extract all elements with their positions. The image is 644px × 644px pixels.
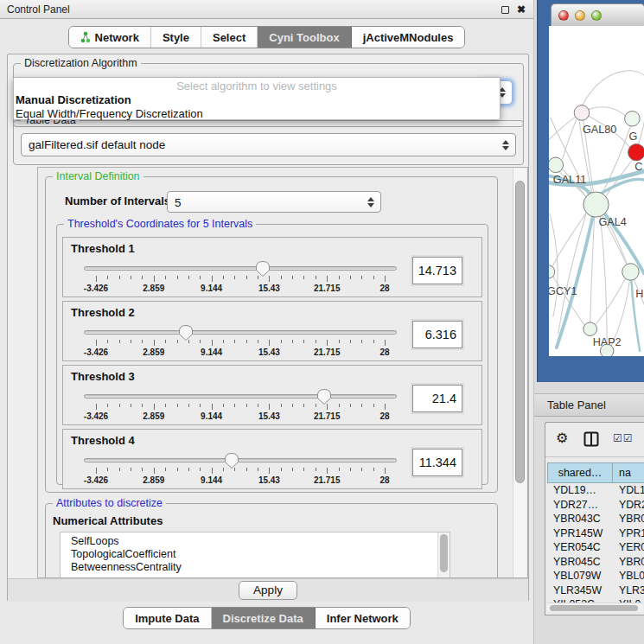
tab-style[interactable]: Style xyxy=(151,27,201,48)
table-row[interactable]: YDR27…YDR2 xyxy=(547,499,644,513)
split-columns-icon[interactable] xyxy=(583,431,599,447)
select-columns-icon[interactable]: ☑☑ xyxy=(613,432,634,444)
table-scrollbar-thumb[interactable] xyxy=(550,605,638,611)
network-node-gcy1[interactable] xyxy=(549,265,555,279)
list-scrollbar[interactable] xyxy=(437,532,450,578)
tab-label: Cyni Toolbox xyxy=(269,31,339,44)
attribute-item-betweennesscentrality[interactable]: BetweennessCentrality xyxy=(61,561,450,574)
table-row[interactable]: YBR045CYBR0 xyxy=(547,556,644,571)
network-node[interactable] xyxy=(600,344,614,356)
attributes-listbox[interactable]: SelfLoopsTopologicalCoefficientBetweenne… xyxy=(60,532,450,578)
table-row[interactable]: YBR043CYBR0 xyxy=(547,513,644,527)
tab-label: jActiveMNodules xyxy=(363,31,454,44)
tick-label: -3.426 xyxy=(84,475,108,485)
threshold-slider[interactable]: -3.4262.8599.14415.4321.71528 xyxy=(84,322,397,360)
tab-discretize-data[interactable]: Discretize Data xyxy=(212,608,316,628)
tab-jactivemnodules[interactable]: jActiveMNodules xyxy=(352,27,465,48)
slider-thumb[interactable] xyxy=(224,452,239,469)
network-edge[interactable] xyxy=(596,278,626,325)
group-legend: Attributes to discretize xyxy=(53,497,166,509)
network-edge[interactable] xyxy=(583,71,644,105)
cell-shared-name: YDL19… xyxy=(547,484,613,499)
tab-network[interactable]: Network xyxy=(69,27,151,48)
network-edge[interactable] xyxy=(602,126,630,194)
attribute-item-topologicalcoefficient[interactable]: TopologicalCoefficient xyxy=(61,548,450,561)
table-body: YDL19…YDL1YDR27…YDR2YBR043CYBR0YPR145WYP… xyxy=(547,484,644,603)
tab-infer-network[interactable]: Infer Network xyxy=(316,608,410,628)
settings-scroll-pane: Interval Definition Number of Intervals … xyxy=(37,167,528,578)
node-label: G xyxy=(629,131,638,143)
cell-name: YBR0 xyxy=(613,556,644,571)
network-edge[interactable] xyxy=(550,214,558,316)
cell-shared-name: YBL079W xyxy=(547,570,613,584)
tick-label: 15.43 xyxy=(258,348,280,357)
table-data-group: Table Data galFiltered.sif default node xyxy=(13,120,524,165)
tick-label: 9.144 xyxy=(201,475,222,485)
network-node-c[interactable] xyxy=(628,143,644,160)
network-node-gal11[interactable] xyxy=(549,157,564,173)
network-canvas[interactable]: GAL80GCGAL11GAL4GCY1HHAP2 xyxy=(549,26,644,356)
numerical-attributes-label: Numerical Attributes xyxy=(53,514,163,527)
network-edge[interactable] xyxy=(589,107,626,117)
threshold-value-input[interactable] xyxy=(412,385,462,412)
network-edge[interactable] xyxy=(563,118,578,159)
tick-label: 9.144 xyxy=(201,348,222,357)
dropdown-option-manual-discretization[interactable]: Manual Discretization xyxy=(16,93,498,107)
attribute-item-selfloops[interactable]: SelfLoops xyxy=(61,532,450,548)
node-label: GAL80 xyxy=(583,124,616,136)
interval-definition-group: Interval Definition Number of Intervals … xyxy=(45,176,498,493)
threshold-value-input[interactable] xyxy=(412,321,462,348)
network-edge[interactable] xyxy=(558,214,586,333)
pane-scrollbar-thumb[interactable] xyxy=(515,181,525,483)
table-row[interactable]: YDL19…YDL1 xyxy=(547,484,644,499)
network-node-h[interactable] xyxy=(622,264,639,280)
table-horizontal-scrollbar[interactable] xyxy=(547,603,643,612)
threshold-label: Threshold 2 xyxy=(71,306,135,319)
slider-thumb[interactable] xyxy=(255,260,271,277)
tick-label: 28 xyxy=(379,475,389,485)
network-window-titlebar[interactable] xyxy=(551,3,644,26)
network-edge[interactable] xyxy=(549,116,577,139)
network-node-gal80[interactable] xyxy=(574,105,590,121)
tab-cyni-toolbox[interactable]: Cyni Toolbox xyxy=(258,27,351,48)
tab-label: Infer Network xyxy=(327,612,399,625)
settings-gear-icon[interactable]: ⚙ xyxy=(556,430,568,446)
cell-shared-name: YBR043C xyxy=(547,513,613,527)
table-panel-title: Table Panel xyxy=(547,394,606,417)
apply-button[interactable]: Apply xyxy=(239,581,297,600)
pane-scrollbar[interactable] xyxy=(513,169,526,578)
slider-tick-labels: -3.4262.8599.14415.4321.71528 xyxy=(96,284,385,294)
table-row[interactable]: YLR345WYLR3 xyxy=(547,584,644,599)
table-row[interactable]: YPR145WYPR1 xyxy=(547,527,644,542)
table-row[interactable]: YER054CYER0 xyxy=(547,541,644,556)
tick-label: 21.715 xyxy=(314,284,341,293)
tick-label: 21.715 xyxy=(314,348,341,357)
minimize-traffic-light-icon[interactable] xyxy=(575,10,585,21)
network-node-gal4[interactable] xyxy=(583,192,609,217)
float-window-icon[interactable] xyxy=(501,6,509,14)
threshold-slider[interactable]: -3.4262.8599.14415.4321.71528 xyxy=(84,258,397,296)
threshold-slider[interactable]: -3.4262.8599.14415.4321.71528 xyxy=(84,450,397,488)
threshold-value-input[interactable] xyxy=(412,257,462,284)
network-edge[interactable] xyxy=(600,216,607,344)
network-node-hap2[interactable] xyxy=(583,322,597,336)
threshold-label: Threshold 3 xyxy=(71,370,135,383)
number-of-intervals-combobox[interactable]: 5 xyxy=(167,191,381,213)
bottom-tab-bar: Impute DataDiscretize DataInfer Network xyxy=(0,607,533,629)
slider-thumb[interactable] xyxy=(316,388,332,405)
column-header[interactable]: shared… xyxy=(547,462,613,483)
column-header[interactable]: na xyxy=(613,462,644,483)
table-data-combobox[interactable]: galFiltered.sif default node xyxy=(21,133,516,156)
tab-select[interactable]: Select xyxy=(201,27,258,48)
slider-thumb[interactable] xyxy=(178,324,194,341)
tab-impute-data[interactable]: Impute Data xyxy=(124,608,211,628)
close-icon[interactable]: ✖ xyxy=(517,0,526,19)
close-traffic-light-icon[interactable] xyxy=(558,10,569,21)
table-row[interactable]: YBL079WYBL0 xyxy=(547,570,644,584)
threshold-value-input[interactable] xyxy=(412,449,462,476)
control-panel: Control Panel ✖ NetworkStyleSelectCyni T… xyxy=(0,0,534,644)
zoom-traffic-light-icon[interactable] xyxy=(591,10,602,21)
dropdown-option-equal-width-frequency-discretization[interactable]: Equal Width/Frequency Discretization xyxy=(16,107,498,121)
network-node-g[interactable] xyxy=(625,112,641,127)
threshold-slider[interactable]: -3.4262.8599.14415.4321.71528 xyxy=(84,386,397,424)
